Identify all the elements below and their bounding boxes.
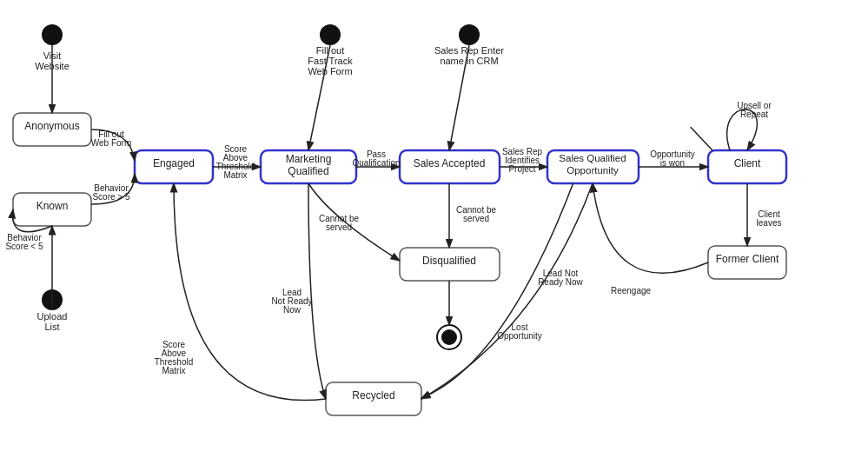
initial-state-salesrep — [459, 24, 480, 45]
state-recycled-label: Recycled — [352, 389, 394, 402]
arrow-sq-recycled — [421, 183, 593, 399]
arrow-recycled-engaged — [174, 183, 326, 401]
label-lost-opp2: Opportunity — [497, 331, 542, 341]
arrow-client-loop — [691, 128, 712, 151]
label-upsell2: Repeat — [740, 110, 768, 119]
label-pass-qual2: Qualification — [352, 158, 400, 168]
label-bscore-gt5-2: Score > 5 — [92, 192, 130, 202]
state-known-label: Known — [36, 200, 69, 212]
state-sa-label: Sales Accepted — [414, 157, 486, 169]
arrow-fc-sq — [593, 183, 708, 273]
label-opp-won2: is won — [660, 158, 685, 168]
arrow-sq-recycled-lost — [421, 183, 573, 398]
label-upload2: List — [44, 322, 59, 332]
label-webform2: Web Form — [91, 138, 132, 148]
label-cannotserve2-mq: served — [326, 222, 352, 232]
label-bscore-lt5-2: Score < 5 — [5, 242, 43, 251]
label-upload: Upload — [37, 311, 68, 322]
state-fc-label: Former Client — [716, 253, 779, 265]
state-sq-label1: Sales Qualified — [559, 153, 626, 163]
label-rep-identifies3: Project — [508, 164, 535, 174]
label-fasttrack2: Fast Track — [308, 56, 353, 66]
final-state-inner — [441, 329, 457, 345]
label-reengage: Reengage — [611, 286, 652, 295]
state-engaged-label: Engaged — [153, 157, 195, 169]
initial-state-fasttrack — [320, 24, 341, 45]
label-notready2-sq: Ready Now — [538, 277, 583, 287]
state-mq-label1: Marketing — [286, 153, 332, 165]
label-client-leaves2: leaves — [757, 218, 782, 228]
initial-state-visit — [42, 24, 63, 45]
state-mq-label2: Qualified — [288, 165, 328, 177]
label-salesrep2: name in CRM — [440, 56, 498, 66]
state-dq-label: Disqualified — [422, 255, 476, 267]
label-score-threshold4: Matrix — [223, 170, 247, 180]
label-fasttrack3: Web Form — [308, 66, 352, 76]
label-score-thresh-recycled4: Matrix — [162, 366, 185, 375]
diagram-svg: Visit Website Fill out Fast Track Web Fo… — [0, 0, 868, 458]
label-cannotserve2-sa: served — [463, 214, 489, 223]
label-notready3-mq: Now — [283, 305, 301, 315]
state-anonymous-label: Anonymous — [24, 120, 79, 132]
state-client-label: Client — [734, 157, 761, 169]
state-sq-label2: Opportunity — [567, 165, 619, 176]
